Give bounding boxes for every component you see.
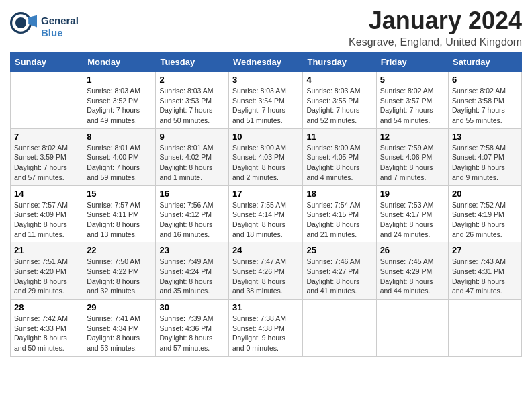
day-info: Sunrise: 7:43 AM Sunset: 4:31 PM Dayligh…	[452, 257, 518, 296]
day-number: 1	[87, 75, 152, 85]
day-info: Sunrise: 7:38 AM Sunset: 4:38 PM Dayligh…	[232, 314, 299, 353]
calendar-cell	[11, 72, 83, 129]
day-number: 17	[232, 189, 299, 199]
day-number: 3	[232, 75, 299, 85]
day-number: 31	[232, 302, 299, 312]
calendar-cell	[449, 300, 522, 357]
calendar-header-friday: Friday	[376, 53, 448, 72]
calendar-week-row: 21Sunrise: 7:51 AM Sunset: 4:20 PM Dayli…	[11, 242, 522, 300]
calendar-cell	[376, 300, 448, 357]
calendar-cell: 29Sunrise: 7:41 AM Sunset: 4:34 PM Dayli…	[83, 300, 156, 357]
calendar-cell: 24Sunrise: 7:47 AM Sunset: 4:26 PM Dayli…	[229, 242, 303, 300]
day-info: Sunrise: 7:59 AM Sunset: 4:06 PM Dayligh…	[380, 143, 445, 183]
calendar-week-row: 14Sunrise: 7:57 AM Sunset: 4:09 PM Dayli…	[11, 185, 522, 242]
day-number: 8	[87, 132, 152, 142]
day-number: 7	[14, 132, 79, 142]
day-info: Sunrise: 7:49 AM Sunset: 4:24 PM Dayligh…	[159, 257, 225, 296]
day-info: Sunrise: 8:02 AM Sunset: 3:57 PM Dayligh…	[380, 86, 445, 126]
calendar-cell: 21Sunrise: 7:51 AM Sunset: 4:20 PM Dayli…	[11, 242, 83, 300]
day-number: 23	[159, 245, 225, 255]
day-info: Sunrise: 7:58 AM Sunset: 4:07 PM Dayligh…	[452, 143, 518, 183]
calendar-cell: 5Sunrise: 8:02 AM Sunset: 3:57 PM Daylig…	[376, 72, 448, 129]
calendar-cell: 11Sunrise: 8:00 AM Sunset: 4:05 PM Dayli…	[303, 128, 376, 185]
calendar-cell: 3Sunrise: 8:03 AM Sunset: 3:54 PM Daylig…	[229, 72, 303, 129]
day-info: Sunrise: 7:55 AM Sunset: 4:14 PM Dayligh…	[232, 200, 299, 240]
calendar-cell: 25Sunrise: 7:46 AM Sunset: 4:27 PM Dayli…	[303, 242, 376, 300]
calendar-cell: 15Sunrise: 7:57 AM Sunset: 4:11 PM Dayli…	[83, 185, 156, 242]
day-info: Sunrise: 7:56 AM Sunset: 4:12 PM Dayligh…	[159, 200, 225, 240]
day-number: 26	[380, 245, 445, 255]
calendar-week-row: 7Sunrise: 8:02 AM Sunset: 3:59 PM Daylig…	[11, 128, 522, 185]
day-info: Sunrise: 7:54 AM Sunset: 4:15 PM Dayligh…	[306, 200, 372, 240]
calendar-cell: 22Sunrise: 7:50 AM Sunset: 4:22 PM Dayli…	[83, 242, 156, 300]
calendar-cell: 2Sunrise: 8:03 AM Sunset: 3:53 PM Daylig…	[156, 72, 229, 129]
day-info: Sunrise: 7:53 AM Sunset: 4:17 PM Dayligh…	[380, 200, 445, 240]
calendar-cell: 10Sunrise: 8:00 AM Sunset: 4:03 PM Dayli…	[229, 128, 303, 185]
calendar-table: SundayMondayTuesdayWednesdayThursdayFrid…	[10, 52, 522, 357]
day-info: Sunrise: 8:03 AM Sunset: 3:55 PM Dayligh…	[306, 86, 372, 126]
calendar-cell: 18Sunrise: 7:54 AM Sunset: 4:15 PM Dayli…	[303, 185, 376, 242]
day-number: 14	[14, 189, 79, 199]
day-info: Sunrise: 7:52 AM Sunset: 4:19 PM Dayligh…	[452, 200, 518, 240]
day-info: Sunrise: 7:47 AM Sunset: 4:26 PM Dayligh…	[232, 257, 299, 296]
day-number: 12	[380, 132, 445, 142]
logo: General Blue	[10, 12, 79, 42]
day-info: Sunrise: 7:45 AM Sunset: 4:29 PM Dayligh…	[380, 257, 445, 296]
calendar-cell: 14Sunrise: 7:57 AM Sunset: 4:09 PM Dayli…	[11, 185, 83, 242]
calendar-cell: 16Sunrise: 7:56 AM Sunset: 4:12 PM Dayli…	[156, 185, 229, 242]
day-number: 11	[306, 132, 372, 142]
calendar-cell: 12Sunrise: 7:59 AM Sunset: 4:06 PM Dayli…	[376, 128, 448, 185]
day-number: 30	[159, 302, 225, 312]
calendar-week-row: 28Sunrise: 7:42 AM Sunset: 4:33 PM Dayli…	[11, 300, 522, 357]
day-info: Sunrise: 8:01 AM Sunset: 4:00 PM Dayligh…	[87, 143, 152, 183]
calendar-cell: 30Sunrise: 7:39 AM Sunset: 4:36 PM Dayli…	[156, 300, 229, 357]
calendar-cell: 26Sunrise: 7:45 AM Sunset: 4:29 PM Dayli…	[376, 242, 448, 300]
header-area: General Blue January 2024 Kesgrave, Engl…	[10, 7, 522, 48]
calendar-cell: 23Sunrise: 7:49 AM Sunset: 4:24 PM Dayli…	[156, 242, 229, 300]
day-info: Sunrise: 7:39 AM Sunset: 4:36 PM Dayligh…	[159, 314, 225, 353]
day-number: 29	[87, 302, 152, 312]
calendar-cell: 27Sunrise: 7:43 AM Sunset: 4:31 PM Dayli…	[449, 242, 522, 300]
calendar-header-thursday: Thursday	[303, 53, 376, 72]
calendar-cell: 28Sunrise: 7:42 AM Sunset: 4:33 PM Dayli…	[11, 300, 83, 357]
calendar-cell: 1Sunrise: 8:03 AM Sunset: 3:52 PM Daylig…	[83, 72, 156, 129]
day-info: Sunrise: 7:50 AM Sunset: 4:22 PM Dayligh…	[87, 257, 152, 296]
day-info: Sunrise: 8:03 AM Sunset: 3:52 PM Dayligh…	[87, 86, 152, 126]
day-info: Sunrise: 7:57 AM Sunset: 4:09 PM Dayligh…	[14, 200, 79, 240]
day-number: 4	[306, 75, 372, 85]
day-info: Sunrise: 7:51 AM Sunset: 4:20 PM Dayligh…	[14, 257, 79, 296]
calendar-cell: 4Sunrise: 8:03 AM Sunset: 3:55 PM Daylig…	[303, 72, 376, 129]
day-number: 25	[306, 245, 372, 255]
day-info: Sunrise: 7:46 AM Sunset: 4:27 PM Dayligh…	[306, 257, 372, 296]
calendar-cell: 7Sunrise: 8:02 AM Sunset: 3:59 PM Daylig…	[11, 128, 83, 185]
day-number: 15	[87, 189, 152, 199]
day-info: Sunrise: 7:57 AM Sunset: 4:11 PM Dayligh…	[87, 200, 152, 240]
calendar-week-row: 1Sunrise: 8:03 AM Sunset: 3:52 PM Daylig…	[11, 72, 522, 129]
day-number: 9	[159, 132, 225, 142]
day-info: Sunrise: 8:02 AM Sunset: 3:58 PM Dayligh…	[452, 86, 518, 126]
calendar-header-saturday: Saturday	[449, 53, 522, 72]
day-number: 22	[87, 245, 152, 255]
day-number: 27	[452, 245, 518, 255]
calendar-cell: 8Sunrise: 8:01 AM Sunset: 4:00 PM Daylig…	[83, 128, 156, 185]
day-number: 24	[232, 245, 299, 255]
day-number: 19	[380, 189, 445, 199]
day-info: Sunrise: 8:00 AM Sunset: 4:05 PM Dayligh…	[306, 143, 372, 183]
day-info: Sunrise: 8:03 AM Sunset: 3:53 PM Dayligh…	[159, 86, 225, 126]
day-info: Sunrise: 8:00 AM Sunset: 4:03 PM Dayligh…	[232, 143, 299, 183]
day-number: 21	[14, 245, 79, 255]
day-info: Sunrise: 7:41 AM Sunset: 4:34 PM Dayligh…	[87, 314, 152, 353]
day-info: Sunrise: 8:01 AM Sunset: 4:02 PM Dayligh…	[159, 143, 225, 183]
calendar-cell: 19Sunrise: 7:53 AM Sunset: 4:17 PM Dayli…	[376, 185, 448, 242]
location-title: Kesgrave, England, United Kingdom	[349, 36, 522, 48]
calendar-cell: 17Sunrise: 7:55 AM Sunset: 4:14 PM Dayli…	[229, 185, 303, 242]
day-number: 13	[452, 132, 518, 142]
calendar-header-wednesday: Wednesday	[229, 53, 303, 72]
calendar-header-row: SundayMondayTuesdayWednesdayThursdayFrid…	[11, 53, 522, 72]
svg-point-1	[15, 17, 26, 28]
day-info: Sunrise: 8:03 AM Sunset: 3:54 PM Dayligh…	[232, 86, 299, 126]
day-number: 28	[14, 302, 79, 312]
calendar-cell: 20Sunrise: 7:52 AM Sunset: 4:19 PM Dayli…	[449, 185, 522, 242]
day-number: 2	[159, 75, 225, 85]
calendar-cell: 9Sunrise: 8:01 AM Sunset: 4:02 PM Daylig…	[156, 128, 229, 185]
